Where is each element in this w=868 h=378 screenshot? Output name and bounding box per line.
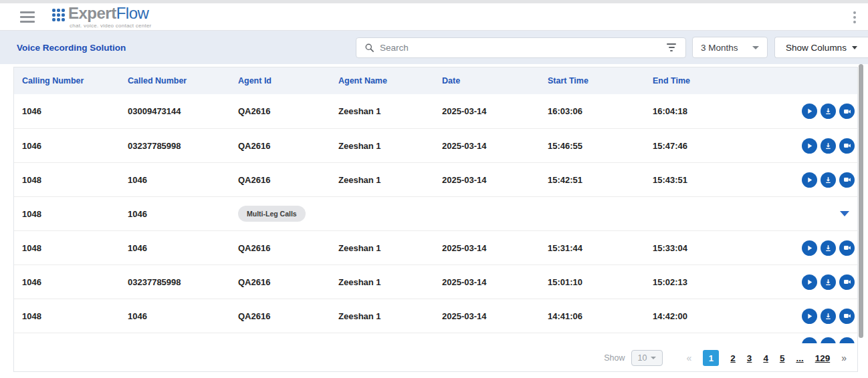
cell-date: 2025-03-14 xyxy=(442,243,548,253)
table-header-row: Calling Number Called Number Agent Id Ag… xyxy=(14,67,857,94)
cell-agent-id: QA2616 xyxy=(238,106,338,116)
cell-called-number: 03237785998 xyxy=(128,141,238,151)
cell-calling-number: 1048 xyxy=(22,243,128,253)
next-page-arrow[interactable]: » xyxy=(841,353,847,363)
row-actions xyxy=(758,104,857,119)
video-button[interactable] xyxy=(839,172,855,188)
cell-agent-id: QA2616 xyxy=(238,175,338,185)
multi-leg-calls-badge: Multi-Leg Calls xyxy=(238,206,306,222)
download-button[interactable] xyxy=(821,240,836,256)
cell-calling-number: 1048 xyxy=(22,209,128,219)
cell-called-number: 1046 xyxy=(128,175,238,185)
video-camera-icon xyxy=(843,311,852,321)
cell-agent-name: Zeeshan 1 xyxy=(338,175,442,185)
page-title: Voice Recording Solution xyxy=(17,43,126,53)
search-input[interactable] xyxy=(380,43,665,53)
prev-page-arrow[interactable]: « xyxy=(687,353,692,363)
cell-date: 2025-03-14 xyxy=(442,175,548,185)
video-button[interactable] xyxy=(839,309,855,324)
cell-calling-number: 1048 xyxy=(22,311,128,321)
video-button[interactable] xyxy=(839,138,855,154)
show-columns-button[interactable]: Show Columns xyxy=(774,37,868,58)
play-button[interactable] xyxy=(802,172,817,188)
row-actions xyxy=(758,138,857,154)
play-icon xyxy=(805,312,814,321)
play-button[interactable] xyxy=(802,138,817,154)
cell-date: 2025-03-14 xyxy=(442,277,548,287)
page-size-select[interactable]: 10 xyxy=(631,350,663,366)
page-ellipsis[interactable]: ... xyxy=(796,353,803,363)
recordings-table: Calling Number Called Number Agent Id Ag… xyxy=(13,67,858,372)
filter-icon[interactable] xyxy=(665,42,677,53)
download-button[interactable] xyxy=(821,309,836,324)
video-button[interactable] xyxy=(839,104,855,119)
download-button[interactable] xyxy=(821,104,836,119)
play-icon xyxy=(805,107,814,116)
play-button[interactable] xyxy=(802,309,817,324)
cell-called-number: 03237785998 xyxy=(128,277,238,287)
play-button[interactable] xyxy=(802,240,817,256)
cell-called-number: 03009473144 xyxy=(128,106,238,116)
download-button[interactable] xyxy=(821,337,836,343)
col-calling-number: Calling Number xyxy=(22,76,128,85)
row-actions xyxy=(758,309,857,324)
cell-agent-name: Zeeshan 1 xyxy=(338,243,442,253)
cell-start-time: 16:03:06 xyxy=(548,106,653,116)
vertical-scrollbar[interactable] xyxy=(859,64,863,338)
expand-row-chevron-icon[interactable] xyxy=(840,211,849,216)
download-icon xyxy=(824,176,833,184)
chevron-down-icon xyxy=(651,357,656,359)
period-dropdown[interactable]: 3 Months xyxy=(692,37,768,58)
cell-calling-number: 1046 xyxy=(22,277,128,287)
page-1-active[interactable]: 1 xyxy=(703,350,719,366)
video-camera-icon xyxy=(843,141,852,150)
cell-called-number: 1046 xyxy=(128,311,238,321)
download-icon xyxy=(824,107,833,116)
play-button[interactable] xyxy=(802,274,817,290)
cell-agent-id: Multi-Leg Calls xyxy=(238,206,338,222)
download-button[interactable] xyxy=(821,138,836,154)
cell-start-time: 15:42:51 xyxy=(548,175,653,185)
cell-start-time: 14:41:06 xyxy=(548,311,653,321)
kebab-menu-icon[interactable] xyxy=(852,10,857,25)
cell-agent-name: Zeeshan 1 xyxy=(338,106,442,116)
download-button[interactable] xyxy=(821,172,836,188)
play-button[interactable] xyxy=(802,104,817,119)
logo-text: ExpertFlow xyxy=(68,5,152,21)
table-row: 1046 03237785998 QA2616 Zeeshan 1 2025-0… xyxy=(14,264,857,299)
cell-calling-number: 1046 xyxy=(22,106,128,116)
table-row: 1046 03237785998 QA2616 Zeeshan 1 2025-0… xyxy=(14,128,857,162)
page-2-link[interactable]: 2 xyxy=(730,353,736,363)
page-129-link[interactable]: 129 xyxy=(815,353,831,363)
col-called-number: Called Number xyxy=(128,76,238,85)
period-value: 3 Months xyxy=(701,43,738,53)
expertflow-logo: ExpertFlow chat. voice. video contact ce… xyxy=(52,5,152,29)
play-button[interactable] xyxy=(802,337,817,343)
page-3-link[interactable]: 3 xyxy=(747,353,752,363)
show-label: Show xyxy=(604,353,625,363)
table-row-multileg: 1048 1046 Multi-Leg Calls xyxy=(14,196,857,230)
cell-end-time: 15:33:04 xyxy=(653,243,758,253)
row-actions xyxy=(758,211,857,216)
download-icon xyxy=(824,278,833,287)
cell-end-time: 14:42:00 xyxy=(653,311,758,321)
chevron-down-icon xyxy=(752,46,759,49)
page-4-link[interactable]: 4 xyxy=(763,353,768,363)
pagination-bar: Show 10 « 1 2 3 4 5 ... 129 » xyxy=(14,343,857,372)
download-icon xyxy=(824,312,833,321)
page-5-link[interactable]: 5 xyxy=(780,353,785,363)
video-button[interactable] xyxy=(839,337,855,343)
logo-grid-icon xyxy=(52,9,65,21)
video-camera-icon xyxy=(843,175,852,184)
cell-agent-name: Zeeshan 1 xyxy=(338,311,442,321)
video-button[interactable] xyxy=(839,240,855,256)
table-row: 1048 1046 QA2616 Zeeshan 1 2025-03-14 15… xyxy=(14,230,857,264)
app-header: ExpertFlow chat. voice. video contact ce… xyxy=(0,3,868,31)
video-button[interactable] xyxy=(839,274,855,290)
play-icon xyxy=(805,244,814,252)
hamburger-menu-icon[interactable] xyxy=(20,11,35,23)
cell-agent-id: QA2616 xyxy=(238,311,338,321)
cell-end-time: 15:43:51 xyxy=(653,175,758,185)
play-icon xyxy=(805,176,814,184)
download-button[interactable] xyxy=(821,274,836,290)
